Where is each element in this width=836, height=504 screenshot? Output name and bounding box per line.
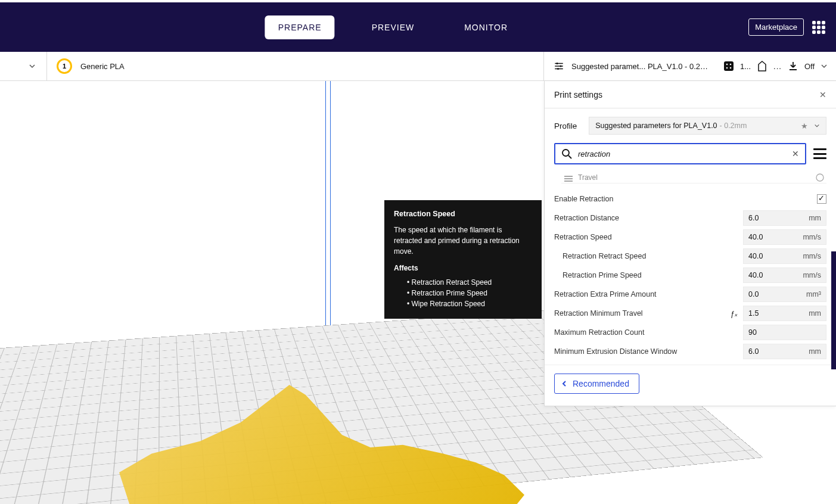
value-field[interactable]: 6.0mm [743,344,826,359]
infill-icon [723,61,734,71]
setting-label: Retraction Speed [554,233,743,241]
tab-monitor[interactable]: MONITOR [451,15,521,39]
printer-dropdown[interactable] [0,52,47,80]
tab-prepare[interactable]: PREPARE [265,15,335,39]
tooltip-affect-item: Wipe Retraction Speed [407,298,532,309]
nav-tabs: PREPARE PREVIEW MONITOR [265,15,521,39]
value-field[interactable]: 90 [743,325,826,340]
setting-retraction_distance: Retraction Distance6.0mm [554,209,826,228]
svg-line-9 [568,155,571,158]
star-icon[interactable]: ★ [801,122,808,130]
value-number: 40.0 [748,252,763,260]
adhesion-icon [788,61,798,71]
category-label: Travel [578,173,598,182]
setting-max_retraction_count: Maximum Retraction Count90 [554,323,826,342]
scrollbar[interactable] [831,251,836,369]
material-bar[interactable]: 1 Generic PLA [47,52,544,80]
info-icon [816,173,824,182]
profile-summary-text: Suggested paramet... PLA_V1.0 - 0.2mm [571,62,708,71]
close-icon[interactable]: ✕ [819,90,826,99]
tab-preview[interactable]: PREVIEW [359,15,428,39]
settings-search[interactable]: ✕ [554,143,806,164]
setting-label: Retraction Prime Speed [554,271,743,279]
value-unit: mm/s [803,233,821,241]
setting-label: Retraction Minimum Travel [554,309,729,318]
settings-list: Enable RetractionRetraction Distance6.0m… [545,189,836,365]
setting-label: Retraction Distance [554,214,743,222]
value-field[interactable]: 6.0mm [743,210,826,226]
setting-enable_retraction: Enable Retraction [554,189,826,209]
apps-grid-icon[interactable] [812,21,825,34]
value-field[interactable]: 1.5mm [743,306,826,321]
value-unit: mm [809,214,821,222]
setting-min_extrusion_dist_window: Minimum Extrusion Distance Window6.0mm [554,342,826,361]
value-number: 6.0 [748,214,759,222]
svg-point-8 [562,150,569,156]
travel-icon [564,175,573,182]
value-number: 0.0 [748,290,759,298]
checkbox[interactable] [817,194,826,204]
value-unit: mm³ [806,290,821,298]
svg-point-5 [730,64,732,66]
value-field[interactable]: 40.0mm/s [743,229,826,245]
value-number: 6.0 [748,347,759,356]
setting-label: Retraction Extra Prime Amount [554,290,743,298]
ellipsis-icon: ... [773,62,782,71]
support-icon [757,61,767,71]
svg-point-6 [726,67,728,69]
setting-retraction_speed: Retraction Speed40.0mm/s [554,228,826,247]
svg-point-2 [557,68,559,70]
value-number: 40.0 [748,271,763,279]
setting-tooltip: Retraction Speed The speed at which the … [384,200,542,319]
value-field[interactable]: 40.0mm/s [743,267,826,283]
svg-point-7 [730,67,732,69]
setting-retraction_prime_speed: Retraction Prime Speed40.0mm/s [554,266,826,285]
recommended-button[interactable]: Recommended [554,374,639,394]
tooltip-affect-item: Retraction Prime Speed [407,288,532,298]
value-unit: mm/s [803,271,821,279]
print-summary[interactable]: Suggested paramet... PLA_V1.0 - 0.2mm 1.… [544,52,836,80]
tooltip-affects-label: Affects [394,263,532,273]
value-number: 90 [748,328,757,337]
profile-value: Suggested parameters for PLA_V1.0 [595,122,717,130]
setting-retraction_min_travel: Retraction Minimum Travelƒₓ1.5mm [554,304,826,323]
setting-label: Maximum Retraction Count [554,328,743,337]
value-field[interactable]: 40.0mm/s [743,248,826,264]
search-icon [561,148,572,159]
settings-visibility-icon[interactable] [813,148,826,159]
marketplace-button[interactable]: Marketplace [748,18,804,36]
profile-label: Profile [554,122,577,130]
setting-label: Enable Retraction [554,195,817,203]
infill-value-trunc: 1... [740,62,751,71]
panel-title: Print settings [554,90,602,99]
chevron-down-icon [29,63,36,70]
svg-point-1 [560,66,562,67]
search-input[interactable] [578,150,786,158]
setting-retraction_retract_speed: Retraction Retract Speed40.0mm/s [554,247,826,266]
clear-search-icon[interactable]: ✕ [792,149,799,158]
chevron-down-icon [821,63,828,70]
toolbar: 1 Generic PLA Suggested paramet... PLA_V… [0,52,836,81]
fx-icon[interactable]: ƒₓ [729,309,739,318]
top-nav: PREPARE PREVIEW MONITOR Marketplace [0,2,836,52]
material-label: Generic PLA [80,62,125,71]
value-number: 1.5 [748,309,759,318]
chevron-down-icon [814,123,820,129]
profile-select[interactable]: Suggested parameters for PLA_V1.0 - 0.2m… [589,117,826,135]
extruder-badge: 1 [57,58,72,74]
chevron-down-icon[interactable] [523,63,534,70]
value-field[interactable]: 0.0mm³ [743,287,826,302]
category-row-travel[interactable]: Travel [561,172,826,183]
value-unit: mm [809,347,821,356]
chevron-left-icon [561,380,568,387]
sliders-icon [552,61,565,71]
svg-point-10 [816,174,823,181]
print-settings-panel: Print settings ✕ Profile Suggested param… [544,81,836,406]
setting-label: Retraction Retract Speed [554,252,743,260]
value-unit: mm [809,309,821,318]
svg-point-4 [726,64,728,66]
svg-point-0 [557,63,558,64]
adhesion-value: Off [804,62,815,71]
svg-rect-3 [724,61,734,71]
setting-label: Minimum Extrusion Distance Window [554,347,743,356]
